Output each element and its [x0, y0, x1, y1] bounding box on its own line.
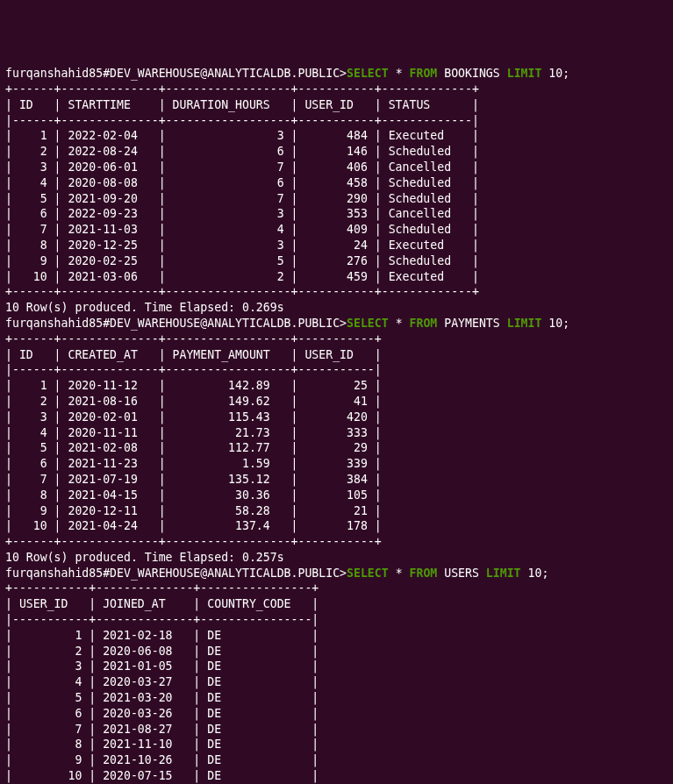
- table-row: | 10 | 2020-07-15 | DE |: [5, 769, 319, 782]
- table-row: | 9 | 2020-12-11 | 58.28 | 21 |: [5, 504, 382, 517]
- sql-from: FROM: [410, 67, 438, 80]
- table-border: +------+--------------+-----------------…: [5, 285, 479, 298]
- table-row: | 4 | 2020-03-27 | DE |: [5, 675, 319, 688]
- table-row: | 5 | 2021-02-08 | 112.77 | 29 |: [5, 441, 382, 454]
- result-footer: 10 Row(s) produced. Time Elapsed: 0.257s: [5, 551, 284, 564]
- table-row: | 3 | 2020-06-01 | 7 | 406 | Cancelled |: [5, 160, 479, 174]
- table-header: | ID | CREATED_AT | PAYMENT_AMOUNT | USE…: [5, 348, 382, 361]
- terminal-output[interactable]: furqanshahid85#DEV_WAREHOUSE@ANALYTICALD…: [5, 66, 668, 784]
- table-row: | 5 | 2021-09-20 | 7 | 290 | Scheduled |: [5, 192, 479, 205]
- table-row: | 1 | 2020-11-12 | 142.89 | 25 |: [5, 379, 382, 392]
- table-row: | 4 | 2020-08-08 | 6 | 458 | Scheduled |: [5, 176, 479, 189]
- table-row: | 1 | 2021-02-18 | DE |: [5, 629, 319, 642]
- table-row: | 8 | 2020-12-25 | 3 | 24 | Executed |: [5, 239, 479, 252]
- table-row: | 3 | 2020-02-01 | 115.43 | 420 |: [5, 410, 382, 424]
- table-border: |------+--------------+-----------------…: [5, 363, 382, 376]
- table-row: | 8 | 2021-11-10 | DE |: [5, 738, 319, 751]
- sql-select: SELECT: [347, 567, 389, 580]
- table-border: +------+--------------+-----------------…: [5, 82, 479, 96]
- table-row: | 1 | 2022-02-04 | 3 | 484 | Executed |: [5, 129, 479, 142]
- table-row: | 5 | 2021-03-20 | DE |: [5, 691, 319, 704]
- table-border: +------+--------------+-----------------…: [5, 332, 382, 346]
- sql-limit: LIMIT: [507, 67, 542, 80]
- table-border: +------+--------------+-----------------…: [5, 535, 382, 548]
- table-row: | 7 | 2021-08-27 | DE |: [5, 723, 319, 736]
- shell-prompt: furqanshahid85#DEV_WAREHOUSE@ANALYTICALD…: [5, 567, 347, 580]
- table-border: |------+--------------+-----------------…: [5, 114, 479, 127]
- shell-prompt: furqanshahid85#DEV_WAREHOUSE@ANALYTICALD…: [5, 67, 347, 80]
- result-footer: 10 Row(s) produced. Time Elapsed: 0.269s: [5, 301, 284, 314]
- table-row: | 6 | 2020-03-26 | DE |: [5, 707, 319, 720]
- shell-prompt: furqanshahid85#DEV_WAREHOUSE@ANALYTICALD…: [5, 317, 347, 330]
- table-header: | USER_ID | JOINED_AT | COUNTRY_CODE |: [5, 597, 319, 610]
- table-row: | 9 | 2021-10-26 | DE |: [5, 753, 319, 766]
- sql-limit: LIMIT: [486, 567, 521, 580]
- table-header: | ID | STARTTIME | DURATION_HOURS | USER…: [5, 98, 479, 111]
- table-row: | 7 | 2021-11-03 | 4 | 409 | Scheduled |: [5, 223, 479, 236]
- table-row: | 10 | 2021-04-24 | 137.4 | 178 |: [5, 519, 382, 532]
- table-border: +-----------+--------------+------------…: [5, 581, 319, 595]
- sql-from: FROM: [410, 317, 438, 330]
- table-row: | 8 | 2021-04-15 | 30.36 | 105 |: [5, 488, 382, 502]
- table-row: | 6 | 2021-11-23 | 1.59 | 339 |: [5, 457, 382, 470]
- table-row: | 4 | 2020-11-11 | 21.73 | 333 |: [5, 426, 382, 439]
- sql-from: FROM: [410, 567, 438, 580]
- table-row: | 7 | 2021-07-19 | 135.12 | 384 |: [5, 473, 382, 486]
- table-row: | 6 | 2022-09-23 | 3 | 353 | Cancelled |: [5, 207, 479, 220]
- sql-limit: LIMIT: [507, 317, 542, 330]
- table-border: |-----------+--------------+------------…: [5, 613, 319, 626]
- sql-select: SELECT: [347, 317, 389, 330]
- table-row: | 2 | 2021-08-16 | 149.62 | 41 |: [5, 395, 382, 408]
- sql-select: SELECT: [347, 67, 389, 80]
- table-row: | 10 | 2021-03-06 | 2 | 459 | Executed |: [5, 270, 479, 283]
- table-row: | 3 | 2021-01-05 | DE |: [5, 659, 319, 673]
- table-row: | 2 | 2020-06-08 | DE |: [5, 645, 319, 658]
- table-row: | 2 | 2022-08-24 | 6 | 146 | Scheduled |: [5, 145, 479, 158]
- table-row: | 9 | 2020-02-25 | 5 | 276 | Scheduled |: [5, 254, 479, 267]
